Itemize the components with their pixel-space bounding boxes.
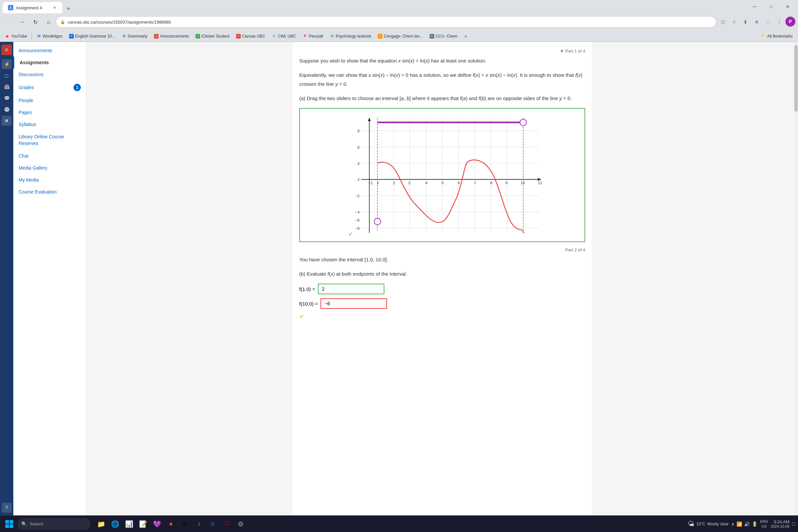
sidebar-icon-3[interactable]: 📅 [2,82,12,92]
tray-arrow-icon[interactable]: ∧ [731,521,735,527]
taskbar: 🔍 Search 📁 🌐 📊 📝 💜 ● N ♪ e 🛡 ⚙ 🌤 10°C Mo… [0,515,798,532]
taskbar-files[interactable]: 📁 [94,517,108,531]
taskbar-chrome[interactable]: ● [164,517,177,531]
windows-logo [5,520,13,528]
grammar-icon: E [69,34,74,39]
f10-input[interactable] [321,298,387,309]
bookmark-cengage[interactable]: C Cengage- Chem tex... [375,33,425,40]
nav-pages[interactable]: Pages [13,107,86,118]
bookmark-announcements[interactable]: A Announcements [151,33,191,40]
volume-icon[interactable]: 🔊 [744,521,750,527]
notification-icon[interactable]: □ [792,521,795,527]
network-icon[interactable]: 📶 [737,521,742,527]
bookmarks-folder-icon: 📁 [761,34,766,39]
clock[interactable]: 3:24 AM 2024-10-08 [771,519,790,528]
right-slider[interactable] [520,119,526,125]
back-button[interactable]: ← [3,16,15,28]
taskbar-excel[interactable]: 📊 [122,517,136,531]
new-tab-button[interactable]: + [64,4,73,13]
refresh-button[interactable]: ↻ [29,16,41,28]
nav-syllabus[interactable]: Syllabus [13,118,86,130]
extensions2-button[interactable]: ⬚ [763,17,773,27]
all-bookmarks-button[interactable]: 📁 All Bookmarks [758,33,795,40]
nav-announcements[interactable]: Announcements [13,44,86,57]
grammarly-button[interactable]: G [752,17,762,27]
bookmark-canvas[interactable]: C Canvas UBC [233,33,268,40]
bookmark-cwl[interactable]: C CWL UBC [269,33,299,40]
svg-text:5: 5 [441,180,444,185]
bookmark-youtube[interactable]: ▶ YouTube [3,33,30,40]
battery-icon[interactable]: 🔋 [752,521,757,527]
bookmark-ccu-label: CCU- Chem [436,34,457,39]
browser-tab[interactable]: A Assignment 4 ✕ [3,2,62,13]
assignment-content: ▼ Part 1 of 4 Suppose you wish to show t… [292,42,592,515]
sidebar-icon-2[interactable]: ◻ [2,71,12,80]
nav-assignments[interactable]: Assignments [13,57,86,69]
function-graph[interactable]: −1 1 2 3 4 5 6 7 8 9 10 11 8 6 [303,111,582,238]
weather-temp: 10°C [696,522,705,526]
bookmark-announcements-label: Announcements [160,34,189,39]
f1-label: f(1.0) = [299,286,315,292]
tab-close-button[interactable]: ✕ [52,5,57,10]
language-indicator[interactable]: ENGUS [760,519,768,529]
taskbar-settings[interactable]: ⚙ [234,517,247,531]
cwl-icon: C [272,34,277,39]
grades-badge: 1 [74,84,81,91]
f1-input[interactable] [318,284,384,294]
taskbar-browser[interactable]: 🌐 [108,517,122,531]
close-button[interactable]: ✕ [780,1,795,12]
bookmark-psych[interactable]: W Psychology texbook [327,33,374,40]
svg-text:4: 4 [425,180,428,185]
bookmark-grammar[interactable]: E English Grammar 10... [66,33,118,40]
download-button[interactable]: ⬇ [740,17,751,27]
announcements-icon: A [154,34,158,39]
taskbar-edge[interactable]: e [206,517,220,531]
taskbar-teams[interactable]: 💜 [150,517,164,531]
sidebar-icon-1[interactable]: ⚡ [2,59,12,69]
nav-people[interactable]: People [13,94,86,107]
sidebar-icon-bottom[interactable]: ? [2,503,12,513]
canvas-icon: C [236,34,241,39]
more-bookmarks-button[interactable]: » [462,33,470,40]
nav-chat[interactable]: Chat [13,150,86,162]
nav-course-evaluation[interactable]: Course Evaluation [13,186,86,198]
svg-text:2: 2 [393,180,395,185]
bookmark-iclicker[interactable]: i iClicker Student [193,33,232,40]
sidebar-icon-5[interactable]: 🕐 [2,104,12,114]
main-content-area: ▼ Part 1 of 4 Suppose you wish to show t… [87,42,798,515]
maximize-button[interactable]: □ [763,1,779,12]
taskbar-onenote[interactable]: N [178,517,191,531]
bookmark-button[interactable]: ☆ [729,17,740,27]
weather-desc: Mostly clear [707,522,728,526]
weather-widget[interactable]: 🌤 10°C Mostly clear [688,520,728,528]
bookmark-perusall[interactable]: P Perusall [300,33,325,40]
minimize-button[interactable]: — [747,1,762,12]
bookmark-ccu[interactable]: C CCU- Chem [427,33,460,40]
taskbar-search[interactable]: 🔍 Search [17,518,91,530]
menu-button[interactable]: ⋮ [774,17,785,27]
all-bookmarks-label: All Bookmarks [767,34,793,39]
nav-my-media[interactable]: My Media [13,174,86,186]
scrollbar-thumb[interactable] [794,45,798,112]
nav-library[interactable]: Library Online Course Reserves [13,130,86,150]
sidebar-icon-6[interactable]: M [2,116,12,126]
bookmark-grammarly[interactable]: G Grammarly [119,33,150,40]
nav-discussions[interactable]: Discussions [13,69,86,80]
extensions-button[interactable]: ⬡ [718,17,728,27]
taskbar-spotify[interactable]: ♪ [192,517,206,531]
profile-button[interactable]: P [785,17,795,26]
nav-media-gallery[interactable]: Media Gallery [13,162,86,174]
start-button[interactable] [3,517,16,531]
equiv-statement: Equivalently, we can show that x sin(x) … [299,71,585,89]
home-button[interactable]: ⌂ [42,16,55,28]
bookmark-wordhippo[interactable]: W WordHippo [34,33,65,40]
forward-button[interactable]: → [16,16,28,28]
taskbar-word[interactable]: 📝 [136,517,150,531]
sidebar-icon-4[interactable]: 💬 [2,93,12,103]
nav-grades[interactable]: Grades [19,85,34,90]
eval-instruction: (b) Evaluate f(x) at both endpoints of t… [299,269,585,278]
taskbar-antivirus[interactable]: 🛡 [220,517,233,531]
left-slider[interactable] [374,218,380,225]
address-bar[interactable]: 🔒 canvas.ubc.ca/courses/150037/assignmen… [56,16,716,27]
interval-text: You have chosen the interval [1.0, 10.0]… [299,255,585,264]
